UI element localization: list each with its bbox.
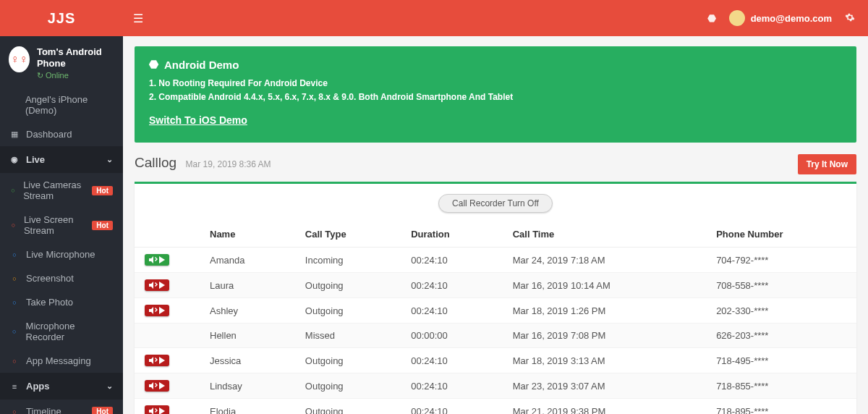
- play-recording-chip[interactable]: [145, 380, 169, 392]
- play-recording-chip[interactable]: [145, 279, 169, 291]
- page-header: Calllog Mar 19, 2019 8:36 AM Try It Now: [135, 154, 856, 179]
- circle-icon: ○: [10, 408, 19, 414]
- cell-type: Missed: [295, 324, 401, 348]
- col-phone: Phone Number: [706, 221, 856, 248]
- cell-phone: 626-203-****: [706, 324, 856, 348]
- table-row[interactable]: ElodiaOutgoing00:24:10Mar 21, 2019 9:38 …: [135, 399, 856, 414]
- cell-name: Laura: [200, 273, 295, 298]
- sidebar-item-photo[interactable]: ○Take Photo: [0, 290, 123, 314]
- dashboard-icon: ▦: [10, 130, 19, 139]
- cell-chip: [135, 399, 200, 414]
- col-type: Call Type: [295, 221, 401, 248]
- cell-duration: 00:24:10: [401, 273, 503, 298]
- cell-time: Mar 18, 2019 1:26 PM: [503, 298, 706, 324]
- table-row[interactable]: HellenMissed00:00:00Mar 16, 2019 7:08 PM…: [135, 324, 856, 348]
- cell-type: Outgoing: [295, 399, 401, 414]
- cell-type: Outgoing: [295, 348, 401, 373]
- play-recording-chip[interactable]: [145, 305, 169, 316]
- col-time: Call Time: [503, 221, 706, 248]
- sidebar-item-mic[interactable]: ○Live Microphone: [0, 242, 123, 266]
- device-block[interactable]: ♀♀ Tom's Android Phone Online: [0, 36, 123, 88]
- cell-type: Incoming: [295, 248, 401, 273]
- switch-demo-link[interactable]: Switch To iOS Demo: [149, 114, 247, 126]
- cell-duration: 00:00:00: [401, 324, 503, 348]
- cell-name: Jessica: [200, 348, 295, 373]
- sidebar-item-screenshot[interactable]: ○Screenshot: [0, 266, 123, 290]
- cell-time: Mar 16, 2019 10:14 AM: [503, 273, 706, 298]
- sidebar-item-alt-device[interactable]: Angel's iPhone (Demo): [0, 88, 123, 122]
- circle-icon: ○: [10, 251, 19, 258]
- apps-icon: ≡: [10, 382, 19, 391]
- call-recorder-toggle[interactable]: Call Recorder Turn Off: [438, 194, 553, 213]
- user-menu[interactable]: demo@demo.com: [729, 10, 832, 26]
- cell-duration: 00:24:10: [401, 248, 503, 273]
- cell-chip: [135, 273, 200, 298]
- cell-name: Hellen: [200, 324, 295, 348]
- circle-icon: ○: [10, 328, 19, 335]
- cell-name: Amanda: [200, 248, 295, 273]
- table-row[interactable]: LauraOutgoing00:24:10Mar 16, 2019 10:14 …: [135, 273, 856, 298]
- calllog-panel: Call Recorder Turn Off Name Call Type Du…: [135, 182, 856, 414]
- hot-badge: Hot: [92, 407, 113, 414]
- play-recording-chip[interactable]: [145, 254, 169, 266]
- cell-phone: 718-895-****: [706, 399, 856, 414]
- topbar: JJS ☰ ⬣ demo@demo.com: [0, 0, 868, 36]
- sidebar-item-timeline[interactable]: ○TimelineHot: [0, 400, 123, 414]
- cell-duration: 00:24:10: [401, 298, 503, 324]
- cell-time: Mar 16, 2019 7:08 PM: [503, 324, 706, 348]
- topbar-right: ⬣ demo@demo.com: [694, 10, 868, 26]
- table-row[interactable]: AmandaIncoming00:24:10Mar 24, 2019 7:18 …: [135, 248, 856, 273]
- chevron-down-icon: ⌄: [106, 381, 113, 391]
- cell-time: Mar 24, 2019 7:18 AM: [503, 248, 706, 273]
- content: ⬣Android Demo 1. No Rooting Required For…: [123, 36, 868, 414]
- user-email: demo@demo.com: [751, 13, 832, 24]
- cell-time: Mar 23, 2019 3:07 AM: [503, 373, 706, 399]
- android-icon[interactable]: ⬣: [707, 12, 716, 24]
- play-recording-chip[interactable]: [145, 405, 169, 414]
- circle-icon: ○: [10, 221, 17, 229]
- page-date: Mar 19, 2019 8:36 AM: [186, 159, 271, 169]
- cell-chip: [135, 298, 200, 324]
- chevron-down-icon: ⌄: [106, 155, 113, 164]
- sidebar-group-apps[interactable]: ≡Apps⌄: [0, 373, 123, 400]
- sidebar-item-screen[interactable]: ○Live Screen StreamHot: [0, 208, 123, 242]
- table-row[interactable]: LindsayOutgoing00:24:10Mar 23, 2019 3:07…: [135, 373, 856, 399]
- sidebar-item-dashboard[interactable]: ▦Dashboard: [0, 122, 123, 146]
- sidebar-item-cameras[interactable]: ○Live Cameras StreamHot: [0, 173, 123, 208]
- cell-duration: 00:24:10: [401, 373, 503, 399]
- sidebar: ♀♀ Tom's Android Phone Online Angel's iP…: [0, 36, 123, 414]
- cell-type: Outgoing: [295, 373, 401, 399]
- cell-name: Ashley: [200, 298, 295, 324]
- cell-phone: 718-495-****: [706, 348, 856, 373]
- cell-duration: 00:24:10: [401, 348, 503, 373]
- logo[interactable]: JJS: [0, 10, 123, 27]
- sidebar-item-micrec[interactable]: ○Microphone Recorder: [0, 314, 123, 349]
- cell-name: Elodia: [200, 399, 295, 414]
- table-row[interactable]: JessicaOutgoing00:24:10Mar 18, 2019 3:13…: [135, 348, 856, 373]
- cell-name: Lindsay: [200, 373, 295, 399]
- try-it-button[interactable]: Try It Now: [798, 154, 856, 174]
- banner-line-1: 1. No Rooting Required For Android Devic…: [149, 77, 842, 90]
- calllog-table: Name Call Type Duration Call Time Phone …: [135, 221, 856, 414]
- page-title: Calllog: [135, 155, 176, 170]
- play-recording-chip[interactable]: [145, 355, 169, 366]
- table-row[interactable]: AshleyOutgoing00:24:10Mar 18, 2019 1:26 …: [135, 298, 856, 324]
- cell-type: Outgoing: [295, 298, 401, 324]
- hot-badge: Hot: [92, 221, 113, 230]
- col-chip: [135, 221, 200, 248]
- android-icon: ⬣: [149, 58, 158, 71]
- device-name: Tom's Android Phone: [37, 46, 114, 69]
- circle-icon: ○: [10, 358, 19, 365]
- settings-icon[interactable]: [845, 12, 855, 25]
- cell-chip: [135, 373, 200, 399]
- sidebar-group-live[interactable]: ◉Live⌄: [0, 146, 123, 173]
- device-status: Online: [37, 71, 114, 80]
- cell-phone: 718-855-****: [706, 373, 856, 399]
- sidebar-item-appmsg[interactable]: ○App Messaging: [0, 349, 123, 373]
- camera-icon: ◉: [10, 155, 19, 164]
- menu-toggle-icon[interactable]: ☰: [123, 12, 153, 25]
- cell-time: Mar 21, 2019 9:38 PM: [503, 399, 706, 414]
- cell-chip: [135, 324, 200, 348]
- hot-badge: Hot: [92, 186, 113, 195]
- col-duration: Duration: [401, 221, 503, 248]
